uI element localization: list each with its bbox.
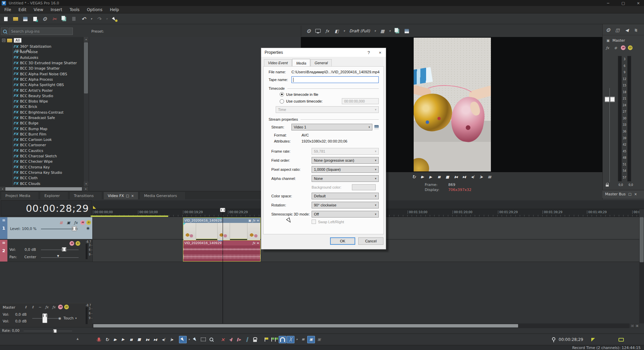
open-button[interactable] (11, 15, 19, 23)
save-stream-icon[interactable] (374, 125, 379, 129)
track-1-strip[interactable]: ≡ 1 (0, 217, 7, 239)
delete-button[interactable]: × (219, 336, 227, 343)
new-project-button[interactable] (2, 15, 10, 23)
insert-marker-button[interactable] (263, 336, 270, 343)
playhead-line[interactable] (223, 209, 223, 323)
scroll-left-icon[interactable]: ◂ (0, 187, 5, 191)
dialog-titlebar[interactable]: Properties ? × (261, 48, 386, 57)
play-from-start-button[interactable]: ▮▶ (111, 336, 119, 343)
selection-edit-tool-button[interactable] (199, 336, 207, 343)
plugin-list-item[interactable]: FX BCC Blobs Wipe (0, 99, 83, 104)
loop-region-bar[interactable] (91, 216, 168, 217)
cut-button[interactable]: ✂ (50, 15, 58, 23)
menu-item[interactable]: Tools (66, 7, 83, 12)
bus-fx-icon[interactable]: ƒx (605, 45, 610, 50)
track-menu-icon[interactable]: ≡ (2, 218, 5, 223)
menu-item[interactable]: Help (106, 7, 123, 12)
plugin-list-item[interactable]: FX BCC Brick (0, 104, 83, 109)
multicam-button[interactable]: ▣ (307, 336, 315, 343)
automation-settings-icon[interactable]: ◉ (86, 226, 90, 230)
plugin-list-item[interactable]: FX BCC Charcoal Sketch (0, 153, 83, 159)
restore-button[interactable]: ▢ (617, 0, 629, 6)
scrollbar-thumb[interactable] (84, 42, 88, 93)
dock-tab[interactable]: Video FX □ × (104, 192, 138, 199)
dialog-close-button[interactable]: × (374, 48, 386, 57)
plugin-list-item[interactable]: FX BCC Chroma Key Studio (0, 170, 83, 175)
timeline-vertical-scrollbar[interactable] (639, 217, 644, 323)
track-menu-icon[interactable]: ≡ (2, 240, 5, 245)
track-height-up-down-icon[interactable]: ⇕ (23, 304, 29, 310)
tape-name-input[interactable] (291, 76, 379, 83)
auto-ripple-button[interactable]: ╳ (287, 336, 294, 343)
video-output-fx-button[interactable]: ƒx (323, 27, 331, 35)
solo-button[interactable]: S! (76, 241, 80, 246)
field-dropdown[interactable]: None (progressive scan) ▾ (312, 157, 379, 164)
envelope-edit-tool-button[interactable] (191, 336, 199, 343)
preview-pause-button[interactable]: ▮▮ (435, 173, 443, 181)
preview-properties-button[interactable]: ⚙ (305, 27, 313, 35)
automation-gear-icon[interactable]: ◉ (58, 315, 62, 321)
menu-item[interactable]: Options (83, 7, 106, 12)
use-custom-timecode-radio[interactable] (280, 99, 284, 104)
video-overlays-dropdown[interactable]: ▾ (388, 27, 392, 35)
float-window-icon[interactable]: □ (628, 192, 631, 196)
dock-tab[interactable]: Media Generators (140, 192, 185, 199)
vol-slider-handle[interactable] (62, 247, 66, 251)
plugin-list-item[interactable]: FX BCC Broadcast Safe (0, 115, 83, 120)
timeline-horizontal-scrollbar[interactable] (92, 323, 630, 328)
edit-tool-dropdown[interactable]: ▾ (187, 336, 191, 343)
plugin-list-item[interactable]: FX BCC Beauty Studio (0, 93, 83, 99)
plugin-list-item[interactable]: FX BCC Cartooner (0, 142, 83, 148)
preview-go-to-start-button[interactable]: ▮◀ (452, 173, 460, 181)
dim-output-button[interactable]: ◀ (623, 26, 631, 34)
search-button[interactable] (1, 28, 8, 35)
scroll-up-icon[interactable]: ▴ (84, 37, 89, 42)
pause-button[interactable]: ▮▮ (127, 336, 135, 343)
lock-envelopes-button[interactable]: ≡ (299, 336, 307, 343)
automation-dropdown-icon[interactable]: ▾ (75, 317, 77, 320)
event-fx-icon[interactable]: ƒx (252, 219, 256, 222)
redo-button[interactable]: ↷ (95, 15, 103, 23)
scroll-down-icon[interactable]: ▾ (84, 182, 89, 186)
track-fx-button[interactable]: ƒx (73, 219, 79, 227)
close-tab-icon[interactable]: × (634, 192, 637, 196)
preview-previous-frame-button[interactable]: ◀│ (469, 173, 476, 181)
plugin-list-item[interactable]: FX BCC Bulge (0, 120, 83, 126)
plugin-list-item[interactable]: FX BCC Caustics (0, 148, 83, 153)
track-2-header[interactable]: MS! -8.7 Vol: 0,0 dB Pan: Center ▼ 3 -6 … (7, 240, 92, 262)
clip-menu-icon[interactable]: ≡ (257, 241, 259, 245)
timecode-format-dropdown[interactable]: Time ▾ (276, 106, 379, 113)
track-2-strip[interactable]: ≡ 2 (0, 240, 7, 262)
copy-snapshot-button[interactable] (393, 27, 401, 35)
pan-slider-track[interactable] (41, 257, 79, 258)
plugin-list-item[interactable]: FX BCC Chroma Key (0, 164, 83, 170)
preview-stop-button[interactable]: ■ (444, 173, 451, 181)
external-monitor-button[interactable] (314, 27, 322, 35)
custom-timecode-input[interactable]: 00:00:00,000 (342, 98, 379, 104)
fade-handle-icon[interactable] (183, 223, 186, 225)
swap-left-right-checkbox[interactable] (312, 220, 316, 224)
menu-item[interactable]: Insert (47, 7, 66, 12)
zoom-in-button[interactable]: + (635, 324, 639, 328)
plugin-list-item[interactable]: FX Add Noise (0, 49, 83, 54)
paste-button[interactable] (70, 15, 78, 23)
plugin-list-item[interactable]: FX BCC Burnt Film (0, 131, 83, 137)
project-properties-button[interactable]: ⚙ (41, 15, 49, 23)
plugin-list-item[interactable]: FX AutoLooks (0, 55, 83, 60)
plugin-list-item[interactable]: FX BCC Alpha Pixel Noise OBS (0, 71, 83, 76)
zoom-edit-tool-button[interactable] (208, 336, 215, 343)
external-control-button[interactable]: ▣ (315, 336, 323, 343)
dock-tab[interactable]: Project Media (1, 192, 38, 199)
dialog-help-button[interactable]: ? (363, 48, 374, 57)
zoom-out-button[interactable]: − (630, 324, 635, 328)
vol-slider-track[interactable] (41, 249, 79, 250)
preview-play-button[interactable]: ▶ (427, 173, 434, 181)
lock-event-button[interactable] (251, 336, 259, 343)
plugin-tree-root[interactable]: − All (0, 37, 83, 44)
field-dropdown[interactable]: 59,781 ▾ (312, 148, 379, 155)
menu-item[interactable]: View (30, 7, 47, 12)
mute-button[interactable]: M (58, 305, 63, 309)
field-dropdown[interactable]: Default ▾ (312, 193, 379, 199)
plugin-list-item[interactable]: FX BCC Artist's Poster (0, 87, 83, 93)
video-overlays-button[interactable]: ▦ (378, 27, 386, 35)
